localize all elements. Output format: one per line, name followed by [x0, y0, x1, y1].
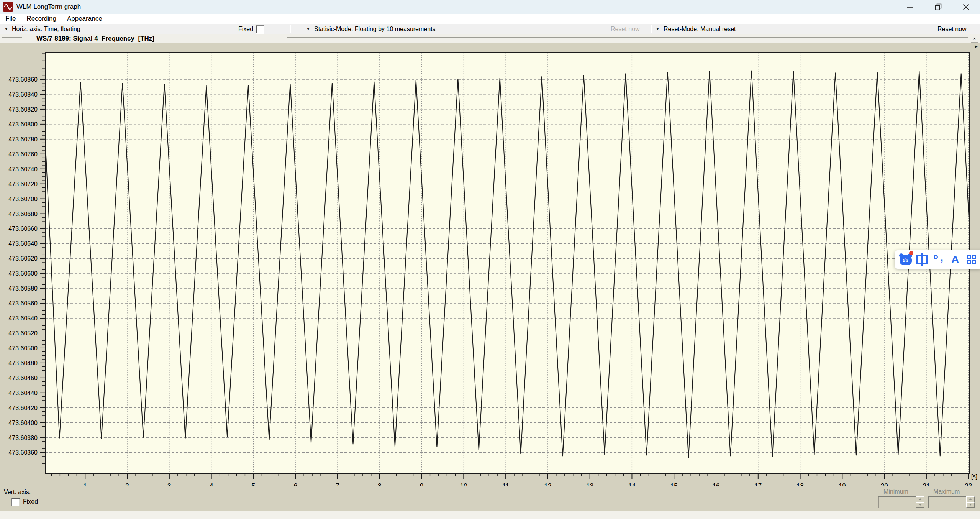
- statistic-mode-dropdown[interactable]: Statisic-Mode: Floating by 10 measuremen…: [314, 26, 436, 33]
- chart-band-close-icon[interactable]: ×: [971, 36, 978, 43]
- minimum-input[interactable]: [878, 496, 916, 508]
- stepper-down-icon[interactable]: [966, 502, 975, 508]
- menu-recording[interactable]: Recording: [21, 15, 62, 23]
- maximum-stepper[interactable]: [966, 496, 975, 508]
- svg-text:473.60700: 473.60700: [8, 196, 38, 202]
- svg-text:473.60500: 473.60500: [8, 345, 38, 351]
- menu-appearance[interactable]: Appearance: [62, 15, 108, 23]
- fixed-horiz-label: Fixed: [238, 26, 253, 33]
- stepper-up-icon[interactable]: [916, 496, 924, 502]
- vert-axis-label: Vert. axis:: [4, 489, 31, 496]
- svg-text:473.60740: 473.60740: [8, 166, 38, 172]
- chevron-down-icon[interactable]: ▼: [306, 27, 310, 31]
- svg-text:473.60620: 473.60620: [8, 255, 38, 262]
- scroll-right-arrow-icon[interactable]: ►: [974, 44, 978, 49]
- groove-line: [287, 37, 968, 40]
- svg-text:473.60580: 473.60580: [8, 285, 38, 292]
- svg-text:473.60420: 473.60420: [8, 405, 38, 411]
- svg-text:473.60520: 473.60520: [8, 330, 38, 337]
- bottom-strip: [0, 511, 980, 519]
- svg-text:473.60400: 473.60400: [8, 420, 38, 426]
- fixed-horiz-checkbox[interactable]: [256, 25, 264, 34]
- svg-text:473.60380: 473.60380: [8, 435, 38, 441]
- vert-axis-panel: Vert. axis: Fixed Minimum Maximum: [0, 486, 980, 511]
- app-sine-wave-icon: [3, 2, 13, 12]
- svg-text:473.60600: 473.60600: [8, 270, 38, 277]
- window-title: WLM LongTerm graph: [16, 3, 81, 11]
- chart-band-title: WS/7-8199: Signal 4 Frequency [THz]: [36, 35, 154, 43]
- maximum-input[interactable]: [928, 496, 966, 508]
- svg-text:473.60820: 473.60820: [8, 106, 38, 113]
- svg-text:473.60480: 473.60480: [8, 360, 38, 366]
- reset-now-button[interactable]: Reset now: [937, 26, 967, 33]
- close-button-icon[interactable]: [952, 0, 980, 14]
- svg-text:473.60800: 473.60800: [8, 121, 38, 128]
- stepper-down-icon[interactable]: [916, 502, 924, 508]
- svg-text:473.60680: 473.60680: [8, 211, 38, 217]
- svg-text:473.60780: 473.60780: [8, 136, 38, 143]
- minimum-label: Minimum: [883, 488, 908, 495]
- chart-area: 473.60860473.60840473.60820473.60800473.…: [0, 43, 980, 486]
- groove-line: [2, 37, 22, 40]
- window-controls: [896, 0, 980, 14]
- svg-text:473.60440: 473.60440: [8, 390, 38, 396]
- svg-text:473.60640: 473.60640: [8, 240, 38, 247]
- toolbar-separator: [290, 25, 291, 33]
- restore-button-icon[interactable]: [924, 0, 952, 14]
- fixed-vert-checkbox[interactable]: [11, 498, 20, 506]
- maximum-label: Maximum: [933, 488, 960, 495]
- app-window: WLM LongTerm graph File Recording App: [0, 0, 980, 519]
- chart-band-header: WS/7-8199: Signal 4 Frequency [THz] ×: [0, 34, 980, 43]
- menubar: File Recording Appearance: [0, 14, 980, 24]
- svg-text:473.60860: 473.60860: [8, 76, 38, 83]
- svg-text:473.60560: 473.60560: [8, 300, 38, 307]
- chinese-english-toggle-icon[interactable]: [915, 252, 929, 267]
- toolbar-separator: [651, 25, 652, 33]
- longterm-frequency-chart: 473.60860473.60840473.60820473.60800473.…: [0, 43, 980, 488]
- reset-mode-dropdown[interactable]: Reset-Mode: Manual reset: [664, 26, 736, 33]
- chevron-down-icon[interactable]: ▼: [5, 27, 8, 31]
- titlebar: WLM LongTerm graph: [0, 0, 980, 14]
- reset-now-button-disabled: Reset now: [611, 26, 640, 33]
- minimum-stepper[interactable]: [916, 496, 924, 508]
- stepper-up-icon[interactable]: [966, 496, 975, 502]
- svg-text:473.60360: 473.60360: [8, 449, 38, 456]
- notification-badge: [909, 251, 913, 255]
- horiz-axis-dropdown[interactable]: Horiz. axis: Time, floating: [12, 26, 80, 33]
- character-width-icon[interactable]: A: [948, 252, 962, 267]
- menu-file[interactable]: File: [0, 15, 21, 23]
- minimize-button-icon[interactable]: [896, 0, 924, 14]
- svg-text:473.60720: 473.60720: [8, 181, 38, 187]
- fixed-vert-label: Fixed: [23, 498, 38, 505]
- punctuation-mode-icon[interactable]: ,: [932, 252, 946, 267]
- svg-text:473.60660: 473.60660: [8, 225, 38, 232]
- toolbar: ▼ Horiz. axis: Time, floating Fixed ▼ St…: [0, 24, 980, 34]
- svg-text:473.60540: 473.60540: [8, 315, 38, 322]
- chevron-down-icon[interactable]: ▼: [656, 27, 659, 31]
- baidu-ime-logo-icon[interactable]: du: [899, 252, 913, 267]
- svg-text:473.60840: 473.60840: [8, 91, 38, 98]
- svg-text:473.60460: 473.60460: [8, 375, 38, 381]
- ime-menu-grid-icon[interactable]: [965, 252, 978, 267]
- svg-text:473.60760: 473.60760: [8, 151, 38, 158]
- svg-text:[s]: [s]: [971, 473, 977, 480]
- ime-floating-toolbar: du , A: [895, 250, 980, 269]
